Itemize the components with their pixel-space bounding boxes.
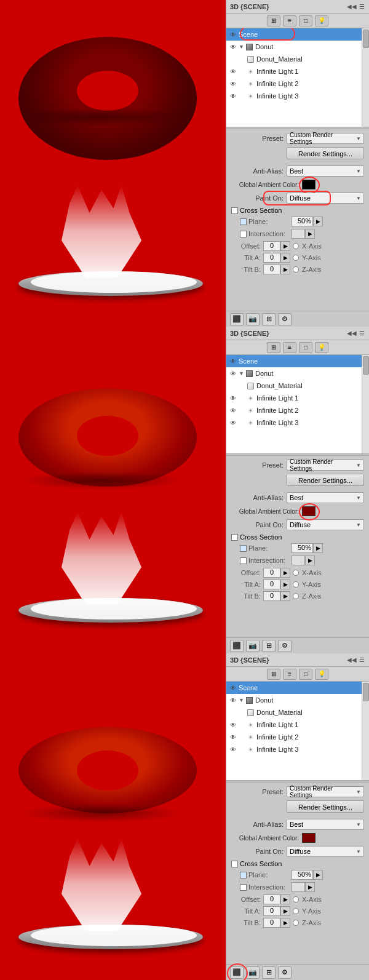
camera-btn-1[interactable]: 📷 bbox=[246, 313, 260, 325]
tiltb-input-1[interactable]: 0 bbox=[263, 265, 280, 274]
intersection-swatch-1[interactable] bbox=[292, 229, 305, 239]
cross-section-checkbox-3[interactable] bbox=[231, 861, 238, 867]
offset-arrow-btn-1[interactable]: ▶ bbox=[280, 241, 290, 251]
render-btn-bottom-1[interactable]: ⬛ bbox=[230, 313, 244, 325]
plane-checkbox-1[interactable] bbox=[240, 218, 247, 225]
scene-item-light1-2[interactable]: 👁 ☀ Infinite Light 1 bbox=[226, 392, 362, 404]
plane-arrow-btn-3[interactable]: ▶ bbox=[313, 870, 323, 880]
preset-dropdown-2[interactable]: Custom Render Settings ▼ bbox=[287, 460, 364, 471]
plane-arrow-btn-2[interactable]: ▶ bbox=[313, 543, 323, 553]
eye-icon-light1-3[interactable]: 👁 bbox=[229, 720, 237, 729]
bulb-btn-2[interactable]: 💡 bbox=[315, 342, 328, 353]
eye-icon-donut-1[interactable]: 👁 bbox=[229, 42, 237, 51]
offset-input-2[interactable]: 0 bbox=[263, 568, 280, 578]
antialias-dropdown-1[interactable]: Best ▼ bbox=[287, 165, 364, 177]
scene-item-material-1[interactable]: 👁 Donut_Material bbox=[226, 53, 362, 65]
crop-btn-2[interactable]: ⊞ bbox=[262, 640, 276, 652]
x-axis-radio-3[interactable] bbox=[293, 896, 299, 902]
scene-item-donut-2[interactable]: 👁 ▼ Donut bbox=[226, 367, 362, 380]
z-axis-radio-1[interactable] bbox=[293, 266, 299, 273]
y-axis-radio-1[interactable] bbox=[293, 255, 299, 261]
plane-checkbox-3[interactable] bbox=[240, 872, 247, 878]
eye-icon-scene-2[interactable]: 👁 bbox=[229, 357, 237, 365]
collapse-icon-1[interactable]: ◀◀ bbox=[348, 3, 355, 10]
table-btn-3[interactable]: ≡ bbox=[283, 669, 296, 680]
paint-dropdown-2[interactable]: Diffuse ▼ bbox=[287, 519, 364, 530]
x-axis-radio-2[interactable] bbox=[293, 570, 299, 576]
ambient-swatch-3[interactable] bbox=[302, 833, 315, 843]
menu-icon-1[interactable]: ☰ bbox=[358, 3, 365, 10]
settings-btn-1[interactable]: ⚙ bbox=[278, 313, 292, 325]
eye-icon-light1-2[interactable]: 👁 bbox=[229, 394, 237, 402]
eye-icon-scene-3[interactable]: 👁 bbox=[229, 683, 237, 692]
eye-icon-donut-3[interactable]: 👁 bbox=[229, 696, 237, 704]
cross-section-checkbox-1[interactable] bbox=[231, 207, 238, 214]
grid-btn-3[interactable]: ⊞ bbox=[267, 669, 280, 680]
eye-icon-light3-1[interactable]: 👁 bbox=[229, 92, 237, 100]
table-btn-1[interactable]: ≡ bbox=[283, 15, 296, 26]
render-settings-btn-3[interactable]: Render Settings... bbox=[287, 800, 364, 813]
ambient-swatch-2[interactable] bbox=[302, 506, 315, 516]
tilta-input-3[interactable]: 0 bbox=[263, 906, 280, 916]
eye-icon-light2-3[interactable]: 👁 bbox=[229, 733, 237, 741]
crop-btn-1[interactable]: ⊞ bbox=[262, 313, 276, 325]
plane-arrow-btn-1[interactable]: ▶ bbox=[313, 217, 323, 226]
render-btn-bottom-2[interactable]: ⬛ bbox=[230, 640, 244, 652]
scene-item-material-3[interactable]: 👁 Donut_Material bbox=[226, 706, 362, 719]
eye-icon-light2-1[interactable]: 👁 bbox=[229, 79, 237, 88]
tilta-arrow-btn-3[interactable]: ▶ bbox=[280, 906, 290, 916]
intersection-swatch-3[interactable] bbox=[292, 882, 305, 892]
scene-item-light3-3[interactable]: 👁 ☀ Infinite Light 3 bbox=[226, 743, 362, 755]
scene-item-scene-1[interactable]: 👁 Scene bbox=[226, 28, 362, 41]
menu-icon-2[interactable]: ☰ bbox=[358, 330, 365, 337]
window-btn-1[interactable]: □ bbox=[299, 15, 312, 26]
preset-dropdown-3[interactable]: Custom Render Settings ▼ bbox=[287, 786, 364, 797]
tilta-input-2[interactable]: 0 bbox=[263, 580, 280, 589]
scene-item-light2-2[interactable]: 👁 ☀ Infinite Light 2 bbox=[226, 404, 362, 416]
intersection-swatch-2[interactable] bbox=[292, 556, 305, 565]
offset-input-1[interactable]: 0 bbox=[263, 241, 280, 251]
table-btn-2[interactable]: ≡ bbox=[283, 342, 296, 353]
paint-dropdown-1[interactable]: Diffuse ▼ bbox=[287, 193, 364, 204]
eye-icon-light2-2[interactable]: 👁 bbox=[229, 406, 237, 415]
eye-icon-light1-1[interactable]: 👁 bbox=[229, 67, 237, 76]
window-btn-2[interactable]: □ bbox=[299, 342, 312, 353]
antialias-dropdown-2[interactable]: Best ▼ bbox=[287, 492, 364, 503]
scrollbar-1[interactable] bbox=[362, 28, 369, 127]
scene-item-light1-1[interactable]: 👁 ☀ Infinite Light 1 bbox=[226, 65, 362, 78]
render-btn-bottom-3[interactable]: ⬛ bbox=[230, 966, 244, 979]
plane-percent-2[interactable]: 50% bbox=[292, 543, 313, 553]
tiltb-input-2[interactable]: 0 bbox=[263, 591, 280, 601]
scene-item-light3-2[interactable]: 👁 ☀ Infinite Light 3 bbox=[226, 416, 362, 429]
intersection-arrow-btn-2[interactable]: ▶ bbox=[305, 556, 315, 565]
tiltb-arrow-btn-3[interactable]: ▶ bbox=[280, 918, 290, 928]
camera-btn-2[interactable]: 📷 bbox=[246, 640, 260, 652]
plane-percent-3[interactable]: 50% bbox=[292, 870, 313, 880]
camera-btn-3[interactable]: 📷 bbox=[246, 966, 260, 979]
intersection-arrow-btn-1[interactable]: ▶ bbox=[305, 229, 315, 239]
plane-percent-1[interactable]: 50% bbox=[292, 217, 313, 226]
tilta-arrow-btn-1[interactable]: ▶ bbox=[280, 253, 290, 263]
bulb-btn-1[interactable]: 💡 bbox=[315, 15, 328, 26]
scrollbar-2[interactable] bbox=[362, 355, 369, 453]
tilta-input-1[interactable]: 0 bbox=[263, 253, 280, 263]
grid-btn-2[interactable]: ⊞ bbox=[267, 342, 280, 353]
intersection-checkbox-2[interactable] bbox=[240, 557, 247, 564]
tilta-arrow-btn-2[interactable]: ▶ bbox=[280, 580, 290, 589]
z-axis-radio-2[interactable] bbox=[293, 593, 299, 599]
bulb-btn-3[interactable]: 💡 bbox=[315, 669, 328, 680]
z-axis-radio-3[interactable] bbox=[293, 920, 299, 926]
scene-item-light3-1[interactable]: 👁 ☀ Infinite Light 3 bbox=[226, 90, 362, 102]
scene-item-scene-2[interactable]: 👁 Scene bbox=[226, 355, 362, 367]
scene-item-light1-3[interactable]: 👁 ☀ Infinite Light 1 bbox=[226, 719, 362, 731]
window-btn-3[interactable]: □ bbox=[299, 669, 312, 680]
scene-item-material-2[interactable]: 👁 Donut_Material bbox=[226, 380, 362, 392]
offset-input-3[interactable]: 0 bbox=[263, 894, 280, 904]
intersection-checkbox-3[interactable] bbox=[240, 884, 247, 891]
scene-item-donut-3[interactable]: 👁 ▼ Donut bbox=[226, 694, 362, 706]
render-settings-btn-2[interactable]: Render Settings... bbox=[287, 474, 364, 486]
intersection-arrow-btn-3[interactable]: ▶ bbox=[305, 882, 315, 892]
render-settings-btn-1[interactable]: Render Settings... bbox=[287, 147, 364, 159]
tiltb-arrow-btn-2[interactable]: ▶ bbox=[280, 591, 290, 601]
tiltb-arrow-btn-1[interactable]: ▶ bbox=[280, 265, 290, 274]
